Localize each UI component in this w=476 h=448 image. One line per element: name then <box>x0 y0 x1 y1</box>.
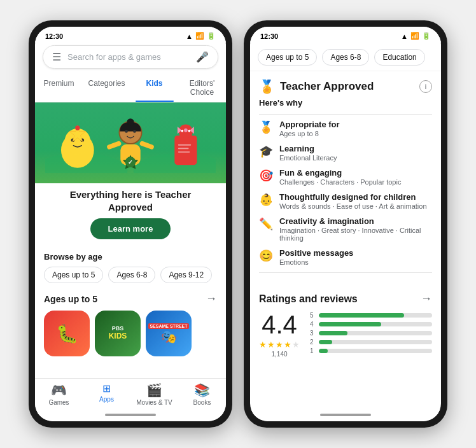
time-2: 12:30 <box>260 32 278 40</box>
battery-icon-2: 🔋 <box>422 32 431 40</box>
bar-track-3 <box>319 331 432 335</box>
phone-2: 12:30 ▲ 📶 🔋 Ages up to 5 Ages 6-8 Educat… <box>244 20 447 428</box>
bar-track-1 <box>319 349 432 353</box>
star-4: ★ <box>284 340 291 349</box>
criteria-fun: 🎯 Fun & engaging Challenges · Characters… <box>259 168 432 186</box>
browse-section: Browse by age Ages up to 5 Ages 6-8 Ages… <box>35 246 226 287</box>
appropriate-icon: 🏅 <box>259 120 273 134</box>
tab-editors-choice[interactable]: Editors' Choice <box>178 74 226 102</box>
chip-ages-9-12[interactable]: Ages 9-12 <box>160 267 212 283</box>
star-3: ★ <box>276 340 283 349</box>
phones-container: 12:30 ▲ 📶 🔋 ☰ Search for apps & games 🎤 … <box>29 20 447 428</box>
apps-label: Apps <box>99 396 114 403</box>
ages-arrow-icon[interactable]: → <box>206 292 217 305</box>
star-1: ★ <box>259 340 267 349</box>
bar-fill-2 <box>319 340 332 344</box>
home-bar-1 <box>105 414 156 416</box>
games-label: Games <box>48 399 69 406</box>
ratings-header: Ratings and reviews → <box>259 292 432 305</box>
bottom-nav-games[interactable]: 🎮 Games <box>35 382 83 406</box>
phone-1: 12:30 ▲ 📶 🔋 ☰ Search for apps & games 🎤 … <box>29 20 232 428</box>
filter-chip-ages6-8[interactable]: Ages 6-8 <box>322 49 369 66</box>
svg-point-11 <box>125 130 128 133</box>
svg-rect-24 <box>178 144 191 146</box>
bottom-nav-apps[interactable]: ⊞ Apps <box>83 382 130 406</box>
ratings-title: Ratings and reviews <box>259 293 358 305</box>
app-thumb-1[interactable]: 🐛 <box>44 311 90 356</box>
filter-chip-ages5[interactable]: Ages up to 5 <box>258 49 317 66</box>
home-indicator-1 <box>35 409 226 421</box>
bars-section: 5 4 3 <box>310 312 432 356</box>
bar-fill-1 <box>319 349 328 353</box>
status-bar-1: 12:30 ▲ 📶 🔋 <box>35 27 226 43</box>
criteria-text-2: Learning Emotional Literacy <box>279 144 337 162</box>
criteria-appropriate: 🏅 Appropriate for Ages up to 8 <box>259 120 432 137</box>
criteria-designed: 👶 Thoughtfully designed for children Wor… <box>259 192 432 210</box>
criteria-text-3: Fun & engaging Challenges · Characters ·… <box>279 168 401 186</box>
svg-point-21 <box>181 130 183 132</box>
bar-label-2: 2 <box>310 339 315 346</box>
teacher-section: 🏅 Teacher Approved i Here's why 🏅 Approp… <box>250 71 441 286</box>
bar-row-4: 4 <box>310 321 432 328</box>
signal-icon: 📶 <box>195 32 204 40</box>
learn-more-button[interactable]: Learn more <box>90 218 171 239</box>
chip-ages-5[interactable]: Ages up to 5 <box>44 267 103 283</box>
svg-point-7 <box>75 125 80 130</box>
rating-count: 1,140 <box>271 351 287 358</box>
battery-icon: 🔋 <box>207 32 216 40</box>
nav-tabs: Premium Categories Kids Editors' Choice <box>35 74 226 102</box>
status-icons-1: ▲ 📶 🔋 <box>186 32 216 40</box>
bar-label-4: 4 <box>310 321 315 328</box>
svg-point-12 <box>133 130 136 133</box>
teacher-badge-icon: 🏅 <box>259 79 275 94</box>
tab-categories[interactable]: Categories <box>83 74 130 102</box>
bar-track-2 <box>319 340 432 344</box>
app-thumb-2[interactable]: PBS KIDS <box>95 311 141 356</box>
svg-text:✓: ✓ <box>128 159 133 165</box>
svg-rect-26 <box>178 151 190 153</box>
positive-icon: 😊 <box>259 249 273 263</box>
criteria-positive: 😊 Positive messages Emotions <box>259 248 432 266</box>
bottom-nav-movies[interactable]: 🎬 Movies & TV <box>130 382 178 406</box>
criteria-text-4: Thoughtfully designed for children Words… <box>279 192 427 210</box>
app-thumb-3[interactable]: SESAME STREET 🎭 <box>146 311 192 356</box>
bar-row-1: 1 <box>310 347 432 354</box>
criteria-creativity: ✏️ Creativity & imagination Imagination … <box>259 216 432 242</box>
filter-chip-education[interactable]: Education <box>374 49 424 66</box>
star-half: ★ <box>292 340 300 349</box>
info-button[interactable]: i <box>419 80 432 93</box>
stars-display: ★ ★ ★ ★ ★ <box>259 340 300 349</box>
tab-kids[interactable]: Kids <box>130 74 178 102</box>
age-chips: Ages up to 5 Ages 6-8 Ages 9-12 <box>44 267 217 283</box>
bar-label-3: 3 <box>310 330 315 337</box>
ages-header: Ages up to 5 → <box>44 292 217 305</box>
ages-title: Ages up to 5 <box>44 294 97 304</box>
ages-section: Ages up to 5 → 🐛 PBS KIDS SESAME STREET <box>35 287 226 360</box>
search-input[interactable]: Search for apps & games <box>67 52 190 62</box>
criteria-text-5: Creativity & imagination Imagination · G… <box>279 216 432 242</box>
mic-icon[interactable]: 🎤 <box>196 51 209 63</box>
phone-2-screen: 12:30 ▲ 📶 🔋 Ages up to 5 Ages 6-8 Educat… <box>250 27 441 421</box>
hamburger-icon[interactable]: ☰ <box>52 51 61 63</box>
svg-rect-25 <box>178 148 189 149</box>
bottom-nav-books[interactable]: 📚 Books <box>178 382 226 406</box>
browse-title: Browse by age <box>44 252 217 262</box>
search-bar[interactable]: ☰ Search for apps & games 🎤 <box>43 45 218 69</box>
hero-characters: ✓ <box>45 113 216 173</box>
signal-icon-2: 📶 <box>410 32 419 40</box>
ratings-arrow-icon[interactable]: → <box>421 292 432 305</box>
designed-icon: 👶 <box>259 193 273 207</box>
chip-ages-6-8[interactable]: Ages 6-8 <box>108 267 155 283</box>
home-indicator-2 <box>250 409 441 421</box>
bar-fill-4 <box>319 322 381 326</box>
filter-chips: Ages up to 5 Ages 6-8 Education <box>250 43 441 71</box>
tab-premium[interactable]: Premium <box>35 74 83 102</box>
bar-label-5: 5 <box>310 312 315 319</box>
hero-svg: ✓ <box>45 113 216 173</box>
movies-label: Movies & TV <box>136 399 172 406</box>
phone-1-screen: 12:30 ▲ 📶 🔋 ☰ Search for apps & games 🎤 … <box>35 27 226 421</box>
svg-point-22 <box>188 130 191 132</box>
divider-1 <box>259 114 432 115</box>
criteria-learning: 🎓 Learning Emotional Literacy <box>259 144 432 162</box>
ratings-section: Ratings and reviews → 4.4 ★ ★ ★ ★ ★ 1,14… <box>250 286 441 364</box>
